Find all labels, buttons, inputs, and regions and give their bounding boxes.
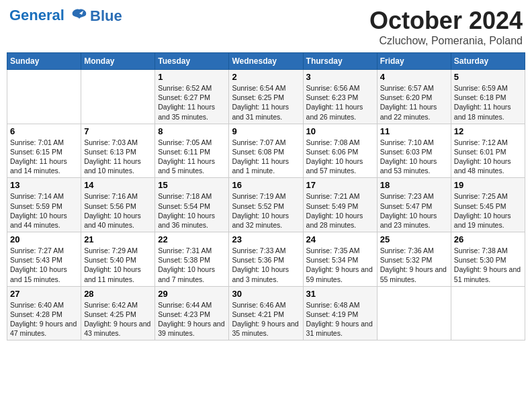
day-number: 10: [306, 126, 374, 136]
calendar-cell: 20Sunrise: 7:27 AM Sunset: 5:43 PM Dayli…: [7, 232, 81, 287]
day-number: 25: [380, 234, 448, 244]
weekday-header-tuesday: Tuesday: [155, 53, 229, 70]
weekday-header-sunday: Sunday: [7, 53, 81, 70]
day-number: 3: [306, 72, 374, 82]
day-number: 19: [454, 180, 522, 190]
day-number: 28: [84, 289, 152, 299]
calendar-cell: [377, 286, 451, 340]
day-number: 6: [10, 126, 78, 136]
day-number: 1: [158, 72, 226, 82]
calendar-cell: 10Sunrise: 7:08 AM Sunset: 6:06 PM Dayli…: [303, 124, 377, 178]
calendar-cell: 13Sunrise: 7:14 AM Sunset: 5:59 PM Dayli…: [7, 178, 81, 232]
calendar-cell: 17Sunrise: 7:21 AM Sunset: 5:49 PM Dayli…: [303, 178, 377, 232]
cell-info: Sunrise: 7:03 AM Sunset: 6:13 PM Dayligh…: [84, 138, 152, 176]
day-number: 31: [306, 289, 374, 299]
calendar-cell: 30Sunrise: 6:46 AM Sunset: 4:21 PM Dayli…: [229, 286, 303, 340]
day-number: 16: [232, 180, 300, 190]
day-number: 27: [10, 289, 78, 299]
cell-info: Sunrise: 7:36 AM Sunset: 5:32 PM Dayligh…: [380, 246, 448, 284]
cell-info: Sunrise: 7:05 AM Sunset: 6:11 PM Dayligh…: [158, 138, 226, 176]
day-number: 29: [158, 289, 226, 299]
calendar-week-5: 27Sunrise: 6:40 AM Sunset: 4:28 PM Dayli…: [7, 286, 525, 340]
day-number: 30: [232, 289, 300, 299]
calendar-cell: 5Sunrise: 6:59 AM Sunset: 6:18 PM Daylig…: [451, 70, 525, 124]
day-number: 15: [158, 180, 226, 190]
calendar-cell: 25Sunrise: 7:36 AM Sunset: 5:32 PM Dayli…: [377, 232, 451, 287]
calendar-cell: 22Sunrise: 7:31 AM Sunset: 5:38 PM Dayli…: [155, 232, 229, 287]
cell-info: Sunrise: 7:14 AM Sunset: 5:59 PM Dayligh…: [10, 191, 78, 230]
calendar-week-1: 1Sunrise: 6:52 AM Sunset: 6:27 PM Daylig…: [7, 70, 525, 124]
day-number: 5: [454, 72, 522, 82]
calendar-week-2: 6Sunrise: 7:01 AM Sunset: 6:15 PM Daylig…: [7, 124, 525, 178]
calendar-subtitle: Czluchow, Pomerania, Poland: [369, 35, 523, 47]
cell-info: Sunrise: 7:10 AM Sunset: 6:03 PM Dayligh…: [380, 138, 448, 176]
cell-info: Sunrise: 6:44 AM Sunset: 4:23 PM Dayligh…: [158, 300, 226, 338]
day-number: 26: [454, 234, 522, 244]
calendar-cell: 8Sunrise: 7:05 AM Sunset: 6:11 PM Daylig…: [155, 124, 229, 178]
logo: General Blue: [9, 7, 122, 26]
calendar-table: SundayMondayTuesdayWednesdayThursdayFrid…: [7, 52, 525, 340]
calendar-cell: 28Sunrise: 6:42 AM Sunset: 4:25 PM Dayli…: [81, 286, 155, 340]
calendar-cell: 11Sunrise: 7:10 AM Sunset: 6:03 PM Dayli…: [377, 124, 451, 178]
calendar-cell: 16Sunrise: 7:19 AM Sunset: 5:52 PM Dayli…: [229, 178, 303, 232]
cell-info: Sunrise: 6:52 AM Sunset: 6:27 PM Dayligh…: [158, 83, 226, 122]
cell-info: Sunrise: 7:01 AM Sunset: 6:15 PM Dayligh…: [10, 138, 78, 176]
cell-info: Sunrise: 6:42 AM Sunset: 4:25 PM Dayligh…: [84, 300, 152, 338]
weekday-header-friday: Friday: [377, 53, 451, 70]
cell-info: Sunrise: 7:38 AM Sunset: 5:30 PM Dayligh…: [454, 246, 522, 284]
calendar-cell: 26Sunrise: 7:38 AM Sunset: 5:30 PM Dayli…: [451, 232, 525, 287]
logo-blue: Blue: [90, 7, 122, 25]
calendar-cell: 9Sunrise: 7:07 AM Sunset: 6:08 PM Daylig…: [229, 124, 303, 178]
calendar-title: October 2024: [369, 7, 523, 35]
day-number: 13: [10, 180, 78, 190]
day-number: 22: [158, 234, 226, 244]
calendar-cell: 31Sunrise: 6:48 AM Sunset: 4:19 PM Dayli…: [303, 286, 377, 340]
day-number: 21: [84, 234, 152, 244]
cell-info: Sunrise: 7:07 AM Sunset: 6:08 PM Dayligh…: [232, 138, 300, 176]
calendar-cell: 2Sunrise: 6:54 AM Sunset: 6:25 PM Daylig…: [229, 70, 303, 124]
day-number: 8: [158, 126, 226, 136]
cell-info: Sunrise: 7:16 AM Sunset: 5:56 PM Dayligh…: [84, 191, 152, 230]
cell-info: Sunrise: 6:46 AM Sunset: 4:21 PM Dayligh…: [232, 300, 300, 338]
calendar-header-row: SundayMondayTuesdayWednesdayThursdayFrid…: [7, 53, 525, 70]
logo-general: General: [9, 7, 64, 24]
cell-info: Sunrise: 7:29 AM Sunset: 5:40 PM Dayligh…: [84, 246, 152, 284]
cell-info: Sunrise: 7:33 AM Sunset: 5:36 PM Dayligh…: [232, 246, 300, 284]
weekday-header-wednesday: Wednesday: [229, 53, 303, 70]
cell-info: Sunrise: 7:19 AM Sunset: 5:52 PM Dayligh…: [232, 191, 300, 230]
day-number: 2: [232, 72, 300, 82]
cell-info: Sunrise: 7:31 AM Sunset: 5:38 PM Dayligh…: [158, 246, 226, 284]
page-header: General Blue October 2024 Czluchow, Pome…: [7, 7, 525, 47]
cell-info: Sunrise: 6:54 AM Sunset: 6:25 PM Dayligh…: [232, 83, 300, 122]
calendar-cell: 7Sunrise: 7:03 AM Sunset: 6:13 PM Daylig…: [81, 124, 155, 178]
day-number: 18: [380, 180, 448, 190]
calendar-cell: 19Sunrise: 7:25 AM Sunset: 5:45 PM Dayli…: [451, 178, 525, 232]
cell-info: Sunrise: 7:21 AM Sunset: 5:49 PM Dayligh…: [306, 191, 374, 230]
cell-info: Sunrise: 6:40 AM Sunset: 4:28 PM Dayligh…: [10, 300, 78, 338]
calendar-cell: 24Sunrise: 7:35 AM Sunset: 5:34 PM Dayli…: [303, 232, 377, 287]
cell-info: Sunrise: 7:08 AM Sunset: 6:06 PM Dayligh…: [306, 138, 374, 176]
day-number: 20: [10, 234, 78, 244]
cell-info: Sunrise: 7:27 AM Sunset: 5:43 PM Dayligh…: [10, 246, 78, 284]
calendar-cell: 14Sunrise: 7:16 AM Sunset: 5:56 PM Dayli…: [81, 178, 155, 232]
calendar-week-3: 13Sunrise: 7:14 AM Sunset: 5:59 PM Dayli…: [7, 178, 525, 232]
calendar-cell: 12Sunrise: 7:12 AM Sunset: 6:01 PM Dayli…: [451, 124, 525, 178]
cell-info: Sunrise: 7:25 AM Sunset: 5:45 PM Dayligh…: [454, 191, 522, 230]
calendar-cell: 3Sunrise: 6:56 AM Sunset: 6:23 PM Daylig…: [303, 70, 377, 124]
calendar-cell: 27Sunrise: 6:40 AM Sunset: 4:28 PM Dayli…: [7, 286, 81, 340]
day-number: 24: [306, 234, 374, 244]
cell-info: Sunrise: 7:35 AM Sunset: 5:34 PM Dayligh…: [306, 246, 374, 284]
day-number: 4: [380, 72, 448, 82]
calendar-cell: 21Sunrise: 7:29 AM Sunset: 5:40 PM Dayli…: [81, 232, 155, 287]
day-number: 17: [306, 180, 374, 190]
calendar-cell: 18Sunrise: 7:23 AM Sunset: 5:47 PM Dayli…: [377, 178, 451, 232]
weekday-header-monday: Monday: [81, 53, 155, 70]
calendar-cell: 15Sunrise: 7:18 AM Sunset: 5:54 PM Dayli…: [155, 178, 229, 232]
calendar-cell: 23Sunrise: 7:33 AM Sunset: 5:36 PM Dayli…: [229, 232, 303, 287]
day-number: 12: [454, 126, 522, 136]
day-number: 9: [232, 126, 300, 136]
logo-bird-icon: [70, 7, 89, 26]
calendar-cell: 6Sunrise: 7:01 AM Sunset: 6:15 PM Daylig…: [7, 124, 81, 178]
calendar-cell: 4Sunrise: 6:57 AM Sunset: 6:20 PM Daylig…: [377, 70, 451, 124]
calendar-cell: [7, 70, 81, 124]
